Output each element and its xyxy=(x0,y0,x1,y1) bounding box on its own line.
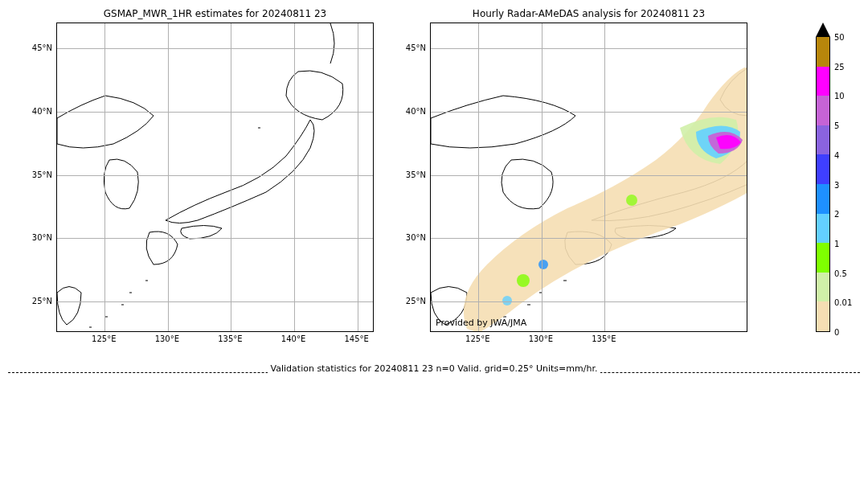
colorbar-tick: 0 xyxy=(834,328,839,337)
gsmap-frame xyxy=(56,23,374,332)
lat-tick: 40°N xyxy=(406,107,426,116)
colorbar-tick: 10 xyxy=(834,92,845,100)
lat-tick: 30°N xyxy=(32,233,52,242)
radar-frame: Provided by JWA/JMA xyxy=(430,23,747,332)
colorbar-swatch xyxy=(816,37,830,67)
colorbar-swatch xyxy=(816,301,830,332)
colorbar-tick: 4 xyxy=(834,150,839,159)
colorbar xyxy=(816,23,830,332)
lat-tick: 35°N xyxy=(406,170,426,178)
gsmap-panel: GSMAP_MWR_1HR estimates for 20240811 23 xyxy=(56,8,374,332)
attribution: Provided by JWA/JMA xyxy=(436,318,526,328)
colorbar-swatch xyxy=(816,125,830,155)
colorbar-swatch xyxy=(816,96,830,125)
radar-panel: Hourly Radar-AMeDAS analysis for 2024081… xyxy=(430,8,747,332)
colorbar-swatch xyxy=(816,243,830,273)
lon-tick: 135°E xyxy=(592,334,616,343)
colorbar-tick: 3 xyxy=(834,180,839,189)
lat-tick: 30°N xyxy=(406,233,426,242)
gsmap-chart: 25°N 30°N 35°N 40°N 45°N 125°E 130°E 135… xyxy=(56,23,374,332)
colorbar-swatch xyxy=(816,154,830,184)
gridlines xyxy=(431,23,747,331)
colorbar-swatch xyxy=(816,67,830,96)
lat-tick: 35°N xyxy=(32,170,52,178)
lat-tick: 25°N xyxy=(32,296,52,305)
colorbar-swatch xyxy=(816,273,830,302)
radar-chart: Provided by JWA/JMA 25°N 30°N 35°N 40°N … xyxy=(430,23,747,332)
lat-tick: 45°N xyxy=(32,43,52,52)
footer-divider: Validation statistics for 20240811 23 n=… xyxy=(8,362,860,373)
colorbar-tick: 25 xyxy=(834,62,845,71)
lon-tick: 140°E xyxy=(281,334,305,343)
lon-tick: 125°E xyxy=(465,334,489,343)
validation-footer: Validation statistics for 20240811 23 n=… xyxy=(268,363,601,374)
gsmap-title: GSMAP_MWR_1HR estimates for 20240811 23 xyxy=(104,8,326,19)
lon-tick: 130°E xyxy=(529,334,553,343)
lat-tick: 45°N xyxy=(406,43,426,52)
colorbar-tick: 5 xyxy=(834,121,839,130)
colorbar-swatch xyxy=(816,214,830,244)
lon-tick: 135°E xyxy=(218,334,242,343)
lon-tick: 145°E xyxy=(344,334,368,343)
colorbar-tick: 1 xyxy=(834,239,839,248)
colorbar-swatch xyxy=(816,184,830,214)
lat-tick: 40°N xyxy=(32,107,52,116)
colorbar-tick: 0.5 xyxy=(834,269,847,277)
gridlines xyxy=(57,23,373,331)
colorbar-tick: 2 xyxy=(834,210,839,219)
lon-tick: 125°E xyxy=(92,334,116,343)
colorbar-tick: 0.01 xyxy=(834,298,852,307)
radar-title: Hourly Radar-AMeDAS analysis for 2024081… xyxy=(473,8,705,19)
lat-tick: 25°N xyxy=(406,296,426,305)
colorbar-tick: 50 xyxy=(834,33,845,42)
colorbar-over-triangle-icon xyxy=(816,23,830,37)
lon-tick: 130°E xyxy=(155,334,179,343)
